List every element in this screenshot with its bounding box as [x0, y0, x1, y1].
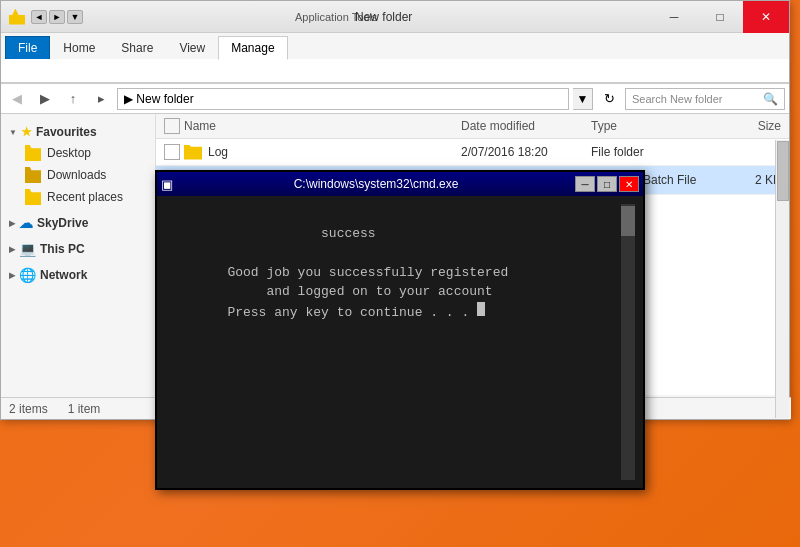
cmd-cursor [477, 302, 485, 316]
ribbon: File Home Share View Manage [1, 33, 789, 84]
address-bar: ◀ ▶ ↑ ▸ ▶ New folder ▼ ↻ Search New fold… [1, 84, 789, 114]
row-checkbox-col-1 [164, 144, 184, 160]
cmd-line-5: and logged on to your account [165, 282, 621, 302]
quick-access-btn-3[interactable]: ▼ [67, 10, 83, 24]
window-title: New folder [355, 10, 412, 24]
cmd-text-area: success Good job you successfully regist… [165, 204, 621, 480]
row-checkbox-1[interactable] [164, 144, 180, 160]
title-bar: ◄ ► ▼ Application Tools New folder ─ □ ✕ [1, 1, 789, 33]
tab-share[interactable]: Share [108, 36, 166, 59]
sidebar-item-downloads[interactable]: Downloads [1, 164, 155, 186]
tab-view[interactable]: View [166, 36, 218, 59]
cmd-line-6: Press any key to continue . . . [165, 302, 621, 323]
cmd-scrollbar[interactable] [621, 204, 635, 480]
address-dropdown[interactable]: ▼ [573, 88, 593, 110]
sidebar-skydrive-header[interactable]: ▶ ☁ SkyDrive [1, 212, 155, 234]
cmd-line-2: success [165, 224, 621, 244]
quick-access-btn-2[interactable]: ► [49, 10, 65, 24]
explorer-scroll-thumb[interactable] [777, 141, 789, 201]
chevron-icon-sky: ▶ [9, 219, 15, 228]
sidebar-section-network: ▶ 🌐 Network [1, 264, 155, 286]
header-checkbox-col [164, 118, 184, 134]
cmd-title-bar: ▣ C:\windows\system32\cmd.exe ─ □ ✕ [157, 172, 643, 196]
cmd-title-text: C:\windows\system32\cmd.exe [294, 177, 459, 191]
computer-icon: 💻 [19, 241, 36, 257]
window-controls: ─ □ ✕ [651, 1, 789, 33]
sidebar-section-thispc: ▶ 💻 This PC [1, 238, 155, 260]
cmd-line-1 [165, 204, 621, 224]
downloads-folder-icon [25, 167, 41, 183]
up-button[interactable]: ↑ [61, 88, 85, 110]
recent-folder-icon [25, 189, 41, 205]
star-icon: ★ [21, 125, 32, 139]
cmd-prompt-icon: ▣ [161, 177, 173, 192]
recent-label: Recent places [47, 190, 123, 204]
cloud-icon: ☁ [19, 215, 33, 231]
minimize-button[interactable]: ─ [651, 1, 697, 33]
ribbon-tabs: File Home Share View Manage [1, 33, 789, 59]
back-button[interactable]: ◀ [5, 88, 29, 110]
cmd-content: success Good job you successfully regist… [157, 196, 643, 488]
header-date[interactable]: Date modified [461, 119, 591, 133]
address-path-text: ▶ New folder [124, 92, 194, 106]
address-path-field[interactable]: ▶ New folder [117, 88, 569, 110]
network-label: Network [40, 268, 87, 282]
cmd-scroll-thumb[interactable] [621, 206, 635, 236]
header-size[interactable]: Size [721, 119, 781, 133]
row-size-2: 2 KB [721, 173, 781, 187]
cmd-close-button[interactable]: ✕ [619, 176, 639, 192]
search-box[interactable]: Search New folder 🔍 [625, 88, 785, 110]
desktop: ◄ ► ▼ Application Tools New folder ─ □ ✕… [0, 0, 800, 547]
row-date-1: 2/07/2016 18:20 [461, 145, 591, 159]
ribbon-content [1, 59, 789, 83]
desktop-label: Desktop [47, 146, 91, 160]
selected-count: 1 item [68, 402, 101, 416]
chevron-icon: ▼ [9, 128, 17, 137]
forward-button[interactable]: ▶ [33, 88, 57, 110]
thispc-label: This PC [40, 242, 85, 256]
explorer-scrollbar[interactable] [775, 140, 789, 418]
title-bar-left: ◄ ► ▼ [1, 9, 83, 25]
downloads-label: Downloads [47, 168, 106, 182]
sidebar-favourites-header[interactable]: ▼ ★ Favourites [1, 122, 155, 142]
sidebar-item-recent[interactable]: Recent places [1, 186, 155, 208]
tab-home[interactable]: Home [50, 36, 108, 59]
search-placeholder: Search New folder [632, 93, 723, 105]
refresh-button[interactable]: ↻ [597, 88, 621, 110]
items-count: 2 items [9, 402, 48, 416]
cmd-window: ▣ C:\windows\system32\cmd.exe ─ □ ✕ succ… [155, 170, 645, 490]
sidebar-thispc-header[interactable]: ▶ 💻 This PC [1, 238, 155, 260]
sidebar-item-desktop[interactable]: Desktop [1, 142, 155, 164]
folder-icon [9, 9, 25, 25]
cmd-line-3 [165, 243, 621, 263]
favourites-label: Favourites [36, 125, 97, 139]
maximize-button[interactable]: □ [697, 1, 743, 33]
chevron-icon-net: ▶ [9, 271, 15, 280]
sidebar-network-header[interactable]: ▶ 🌐 Network [1, 264, 155, 286]
sidebar-section-skydrive: ▶ ☁ SkyDrive [1, 212, 155, 234]
table-row[interactable]: Log 2/07/2016 18:20 File folder [156, 139, 789, 166]
file-list-header: Name Date modified Type Size [156, 114, 789, 139]
sidebar-section-favourites: ▼ ★ Favourites Desktop Downloads Re [1, 122, 155, 208]
chevron-icon-pc: ▶ [9, 245, 15, 254]
cmd-controls: ─ □ ✕ [575, 176, 639, 192]
quick-access-btn-1[interactable]: ◄ [31, 10, 47, 24]
up-arrow-button[interactable]: ▸ [89, 88, 113, 110]
network-icon: 🌐 [19, 267, 36, 283]
sidebar: ▼ ★ Favourites Desktop Downloads Re [1, 114, 156, 395]
header-name[interactable]: Name [184, 119, 461, 133]
tab-file[interactable]: File [5, 36, 50, 59]
skydrive-label: SkyDrive [37, 216, 88, 230]
cmd-maximize-button[interactable]: □ [597, 176, 617, 192]
desktop-folder-icon [25, 145, 41, 161]
tab-manage[interactable]: Manage [218, 36, 287, 60]
folder-icon-log [184, 145, 202, 160]
close-button[interactable]: ✕ [743, 1, 789, 33]
row-name-1: Log [184, 145, 461, 160]
row-type-1: File folder [591, 145, 721, 159]
cmd-minimize-button[interactable]: ─ [575, 176, 595, 192]
header-checkbox[interactable] [164, 118, 180, 134]
row-name-text-1: Log [208, 145, 228, 159]
cmd-line-4: Good job you successfully registered [165, 263, 621, 283]
header-type[interactable]: Type [591, 119, 721, 133]
